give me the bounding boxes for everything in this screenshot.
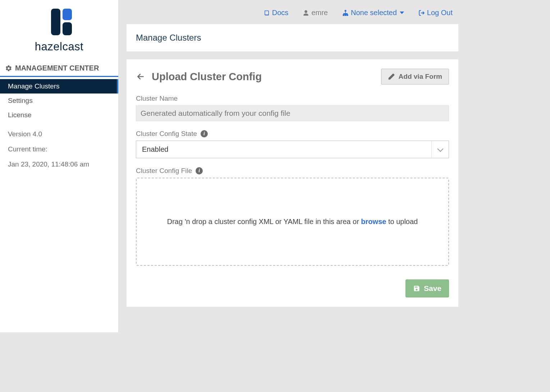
content-panel: Upload Cluster Config Add via Form Clust… (127, 59, 458, 307)
svg-rect-1 (63, 9, 72, 20)
logo-icon (45, 6, 74, 36)
sidebar: hazelcast MANAGEMENT CENTER Manage Clust… (0, 0, 119, 332)
user-icon (303, 10, 309, 16)
time-value: Jan 23, 2020, 11:48:06 am (8, 160, 110, 168)
cluster-name-label: Cluster Name (136, 95, 449, 102)
config-file-label: Cluster Config File i (136, 167, 449, 175)
sidebar-meta: Version 4.0 Current time: Jan 23, 2020, … (0, 122, 118, 176)
logout-link[interactable]: Log Out (418, 9, 453, 17)
svg-rect-2 (63, 22, 72, 35)
sitemap-icon (342, 10, 349, 16)
cluster-name-input (136, 105, 449, 121)
save-icon (413, 285, 420, 292)
svg-rect-0 (51, 9, 60, 35)
docs-link[interactable]: Docs (263, 9, 289, 17)
add-via-form-button[interactable]: Add via Form (381, 69, 449, 85)
dropzone-text-suffix: to upload (386, 218, 418, 225)
user-display: emre (303, 9, 328, 17)
browse-link[interactable]: browse (361, 218, 386, 225)
sidebar-item-license[interactable]: License (0, 108, 118, 122)
back-arrow-icon[interactable] (136, 72, 145, 81)
config-state-label: Cluster Config State i (136, 130, 449, 138)
config-state-select[interactable]: Enabled (136, 141, 449, 158)
sidebar-section-header[interactable]: MANAGEMENT CENTER (0, 60, 118, 77)
info-icon[interactable]: i (196, 167, 203, 174)
sidebar-item-settings[interactable]: Settings (0, 94, 118, 108)
chevron-down-icon (437, 146, 443, 152)
file-dropzone[interactable]: Drag 'n drop a cluster config XML or YAM… (136, 178, 449, 266)
username: emre (311, 9, 328, 17)
topbar: Docs emre None selected Log Out (119, 0, 466, 24)
save-button[interactable]: Save (405, 279, 449, 297)
page-header: Manage Clusters (127, 24, 458, 51)
book-icon (263, 10, 270, 16)
cluster-selector[interactable]: None selected (342, 9, 404, 17)
edit-icon (388, 73, 395, 80)
config-state-value: Enabled (136, 141, 431, 158)
dropzone-text-prefix: Drag 'n drop a cluster config XML or YAM… (167, 218, 361, 225)
main: Docs emre None selected Log Out Manage C… (119, 0, 466, 332)
gear-icon (5, 65, 12, 72)
page-header-title: Manage Clusters (136, 33, 201, 42)
brand-name: hazelcast (7, 40, 111, 53)
sidebar-section-title: MANAGEMENT CENTER (15, 64, 99, 72)
page-title: Upload Cluster Config (152, 71, 262, 83)
info-icon[interactable]: i (201, 130, 208, 137)
time-label: Current time: (8, 145, 110, 153)
sidebar-item-manage-clusters[interactable]: Manage Clusters (0, 79, 118, 94)
logo: hazelcast (0, 6, 118, 60)
version-label: Version 4.0 (8, 130, 110, 138)
logout-icon (418, 10, 425, 16)
chevron-down-icon (400, 12, 404, 14)
